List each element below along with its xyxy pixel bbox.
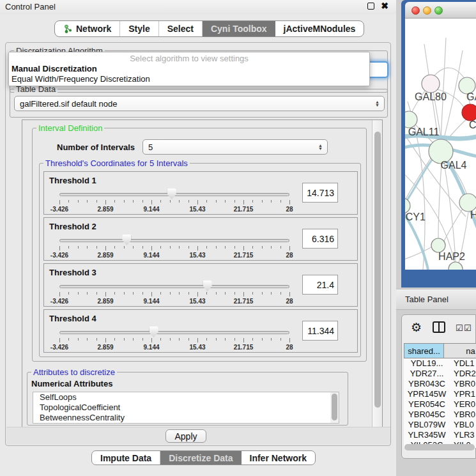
checkbox-icon[interactable]: ☑	[464, 323, 472, 333]
slider-thumb[interactable]	[167, 188, 176, 199]
table-row[interactable]: YBR045CYBR0	[404, 410, 476, 420]
tick-mark	[216, 338, 217, 341]
network-window-titlebar	[405, 2, 476, 19]
tab-infer-network[interactable]: Infer Network	[242, 451, 315, 464]
table-row[interactable]: YDL19...YDL1	[404, 358, 476, 369]
threshold-2-slider[interactable]: -3.4262.8599.14415.4321.71528	[59, 218, 289, 261]
tick-mark	[96, 200, 97, 203]
table-data-combobox[interactable]: galFiltered.sif default node ▲▼	[14, 96, 385, 111]
apply-button[interactable]: Apply	[165, 429, 206, 443]
group-title: Threshold's Coordinates for 5 Intervals	[43, 158, 190, 168]
number-of-intervals-combobox[interactable]: 5 ▲▼	[142, 139, 328, 155]
list-scrollbar[interactable]	[330, 392, 339, 423]
dropdown-option-equal-width[interactable]: Equal Width/Frequency Discretization	[9, 74, 369, 84]
threshold-value-field[interactable]: 6.316	[302, 229, 338, 249]
slider-thumb[interactable]	[203, 280, 212, 291]
tick-label: -3.426	[50, 206, 68, 213]
slider-thumb[interactable]	[122, 234, 131, 245]
node-gal80[interactable]	[422, 75, 440, 93]
tick-label: 28	[286, 252, 293, 259]
scrollbar-thumb[interactable]	[374, 132, 381, 408]
table-row[interactable]: YBL079WYBL0	[404, 420, 476, 430]
list-item[interactable]: TopologicalCoefficient	[33, 403, 339, 413]
node-h[interactable]	[459, 194, 476, 211]
node-label: GAL11	[408, 127, 440, 137]
slider-track[interactable]	[59, 331, 289, 334]
tab-impute-data[interactable]: Impute Data	[92, 451, 160, 464]
dropdown-option-manual[interactable]: Manual Discretization	[9, 64, 369, 74]
tick-mark	[262, 200, 263, 203]
network-canvas[interactable]: GAL80 GA C GAL11 GAL4 GCY1 H HAP2	[405, 19, 476, 270]
tick-mark	[262, 338, 263, 341]
node-gal11[interactable]	[405, 111, 417, 128]
threshold-3-slider[interactable]: -3.4262.8599.14415.4321.71528	[59, 264, 289, 307]
table-row[interactable]: YBR043CYBR0	[404, 379, 476, 389]
tick-label: 21.715	[234, 344, 254, 351]
tick-label: -3.426	[50, 252, 68, 259]
table-row[interactable]: YLR345WYLR3	[404, 430, 476, 440]
stepper-arrows-icon: ▲▼	[318, 144, 323, 150]
gear-icon[interactable]: ⚙	[411, 320, 422, 335]
tab-select[interactable]: Select	[159, 21, 203, 36]
network-icon	[63, 24, 73, 34]
threshold-value-field[interactable]: 14.713	[302, 183, 338, 203]
tick-mark	[114, 200, 115, 203]
table-row[interactable]: YPR145WYPR1	[404, 389, 476, 399]
threshold-value-field[interactable]: 11.344	[302, 321, 338, 341]
slider-thumb[interactable]	[150, 326, 158, 337]
close-icon[interactable]: ✖	[381, 1, 388, 11]
zoom-traffic-light-icon[interactable]	[434, 6, 443, 15]
close-traffic-light-icon[interactable]	[411, 6, 420, 15]
tick-mark	[170, 292, 171, 295]
slider-track[interactable]	[59, 239, 289, 242]
threshold-1-row: Threshold 1 -3.4262.8599.14415.4321.7152…	[43, 171, 358, 215]
tick-mark	[151, 246, 152, 250]
tick-mark	[142, 200, 143, 203]
minimize-traffic-light-icon[interactable]	[423, 6, 431, 15]
tick-mark	[142, 246, 143, 249]
slider-tick-labels: -3.4262.8599.14415.4321.71528	[59, 298, 289, 305]
tab-discretize-data[interactable]: Discretize Data	[160, 451, 241, 464]
column-header-shared[interactable]: shared...	[404, 343, 444, 358]
attributes-list[interactable]: SelfLoops TopologicalCoefficient Between…	[33, 392, 339, 424]
tick-label: 28	[286, 298, 293, 305]
group-title: Attributes to discretize	[31, 367, 117, 377]
node-hap2[interactable]	[431, 238, 445, 252]
tab-cyni-toolbox[interactable]: Cyni Toolbox	[203, 21, 275, 36]
tab-style[interactable]: Style	[120, 21, 158, 36]
checkbox-icon[interactable]: ☑	[456, 323, 463, 333]
cell: YBR045C	[404, 410, 450, 420]
node-highlighted-red[interactable]	[462, 104, 476, 121]
cell: YBR043C	[404, 379, 450, 389]
tick-mark	[225, 338, 226, 341]
float-window-icon[interactable]	[367, 3, 374, 10]
table-row[interactable]: YER054CYER0	[404, 399, 476, 410]
tick-mark	[78, 338, 79, 341]
tick-mark	[105, 338, 106, 342]
tick-mark	[225, 200, 226, 203]
table-data-group: Table Data galFiltered.sif default node …	[10, 89, 388, 118]
list-item[interactable]: BetweennessCentrality	[33, 413, 339, 423]
table-row[interactable]: YDR27...YDR2	[404, 369, 476, 379]
threshold-value-field[interactable]: 21.4	[302, 275, 338, 295]
slider-track[interactable]	[59, 285, 289, 288]
tick-mark	[216, 292, 217, 295]
scrollbar-thumb[interactable]	[332, 394, 337, 420]
group-title: Interval Definition	[36, 123, 104, 133]
table-rows: YDL19...YDL1 YDR27...YDR2 YBR043CYBR0 YP…	[404, 358, 476, 448]
column-header-name[interactable]: na	[444, 343, 476, 358]
tab-jactivemnodules[interactable]: jActiveMNodules	[275, 21, 364, 36]
split-columns-icon[interactable]	[433, 321, 445, 333]
panel-scrollbar[interactable]	[372, 120, 382, 427]
table-horizontal-scrollbar[interactable]	[404, 444, 475, 450]
list-item[interactable]: SelfLoops	[33, 392, 339, 403]
cell: YDR27...	[404, 369, 450, 379]
network-nodes	[405, 75, 476, 270]
table-panel-title: Table Panel	[405, 295, 449, 304]
node-bottom-partial[interactable]	[449, 262, 463, 270]
threshold-4-slider[interactable]: -3.4262.8599.14415.4321.71528	[59, 310, 289, 353]
threshold-1-slider[interactable]: -3.4262.8599.14415.4321.71528	[59, 172, 289, 215]
tick-label: 15.43	[189, 206, 205, 213]
tick-mark	[252, 338, 253, 341]
tab-network[interactable]: Network	[55, 21, 120, 36]
